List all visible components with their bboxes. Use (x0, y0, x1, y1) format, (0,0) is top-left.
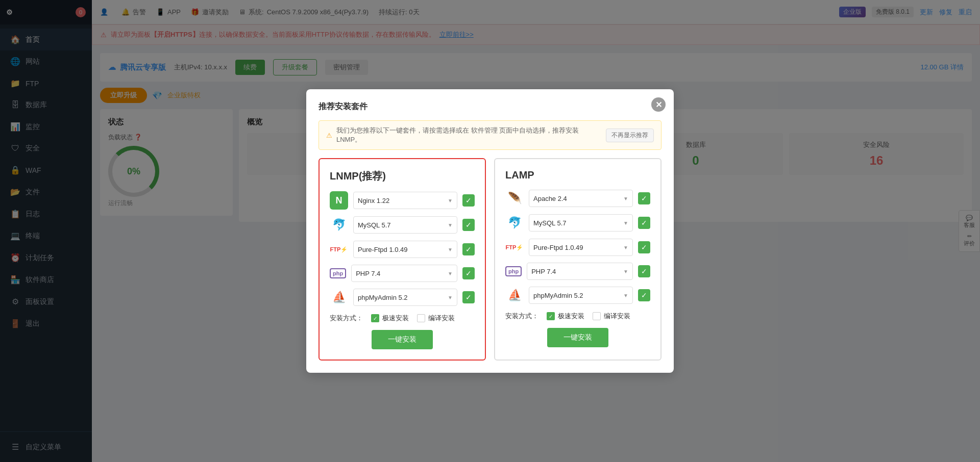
lamp-fast-install-option[interactable]: ✓ 极速安装 (547, 312, 584, 321)
lnmp-php-checkbox[interactable]: ✓ (462, 267, 475, 279)
lnmp-title: LNMP(推荐) (330, 169, 475, 183)
lamp-mysql-checkbox[interactable]: ✓ (638, 217, 650, 229)
lamp-install-button[interactable]: 一键安装 (547, 328, 608, 347)
lnmp-php-select-value: PHP 7.4 (356, 270, 380, 277)
apache-select-value: Apache 2.4 (533, 195, 567, 202)
lamp-php-row: php PHP 7.4 ▼ ✓ (505, 263, 650, 280)
lnmp-suite: LNMP(推荐) N Nginx 1.22 ▼ ✓ 🐬 MySQL 5.7 ▼ (318, 158, 486, 361)
lnmp-mysql-select[interactable]: MySQL 5.7 ▼ (353, 216, 457, 234)
lnmp-php-select[interactable]: PHP 7.4 ▼ (351, 265, 457, 282)
chevron-down-icon: ▼ (448, 295, 453, 300)
lamp-mysql-select[interactable]: MySQL 5.7 ▼ (529, 214, 633, 232)
lamp-pma-icon: ⛵ (505, 286, 524, 304)
lamp-pma-select-value: phpMyAdmin 5.2 (533, 292, 583, 299)
lamp-pma-row: ⛵ phpMyAdmin 5.2 ▼ ✓ (505, 286, 650, 304)
apache-icon: 🪶 (505, 189, 524, 208)
lamp-ftp-icon: FTP⚡ (505, 238, 524, 256)
chevron-down-icon: ▼ (623, 269, 628, 274)
lnmp-fast-install-checkbox[interactable]: ✓ (371, 314, 379, 322)
lamp-php-icon: php (505, 266, 522, 276)
lamp-compile-install-label: 编译安装 (604, 312, 630, 321)
lnmp-fast-install-option[interactable]: ✓ 极速安装 (371, 314, 409, 323)
lnmp-pma-select-value: phpMyAdmin 5.2 (358, 294, 408, 301)
apache-checkbox[interactable]: ✓ (638, 192, 650, 204)
lnmp-compile-install-checkbox[interactable] (417, 314, 425, 322)
tip-content: 我们为您推荐以下一键套件，请按需选择或在 软件管理 页面中自动选择，推荐安装LN… (336, 126, 600, 144)
lnmp-mysql-row: 🐬 MySQL 5.7 ▼ ✓ (330, 216, 475, 234)
lnmp-mysql-icon: 🐬 (330, 216, 348, 234)
chevron-down-icon: ▼ (623, 220, 628, 226)
nginx-row: N Nginx 1.22 ▼ ✓ (330, 191, 475, 210)
lnmp-php-row: php PHP 7.4 ▼ ✓ (330, 265, 475, 282)
lamp-mysql-icon: 🐬 (505, 214, 524, 232)
install-suite-dialog: 推荐安装套件 ✕ ⚠ 我们为您推荐以下一键套件，请按需选择或在 软件管理 页面中… (306, 89, 674, 373)
lamp-fast-install-checkbox[interactable]: ✓ (547, 312, 555, 320)
lamp-php-select[interactable]: PHP 7.4 ▼ (527, 263, 633, 280)
chevron-down-icon: ▼ (623, 196, 628, 201)
tip-text: ⚠ 我们为您推荐以下一键套件，请按需选择或在 软件管理 页面中自动选择，推荐安装… (326, 126, 600, 144)
dialog-overlay: 推荐安装套件 ✕ ⚠ 我们为您推荐以下一键套件，请按需选择或在 软件管理 页面中… (0, 0, 980, 462)
chevron-down-icon: ▼ (448, 198, 453, 203)
lnmp-pma-select[interactable]: phpMyAdmin 5.2 ▼ (353, 289, 457, 306)
lnmp-method-label: 安装方式： (330, 314, 363, 323)
lamp-pma-select[interactable]: phpMyAdmin 5.2 ▼ (529, 287, 633, 304)
lamp-fast-install-label: 极速安装 (558, 312, 584, 321)
lamp-php-select-value: PHP 7.4 (531, 268, 556, 275)
lnmp-compile-install-option[interactable]: 编译安装 (417, 314, 455, 323)
lnmp-pma-checkbox[interactable]: ✓ (462, 291, 475, 303)
lnmp-install-method: 安装方式： ✓ 极速安装 编译安装 (330, 314, 475, 323)
lnmp-pma-icon: ⛵ (330, 288, 348, 306)
chevron-down-icon: ▼ (448, 222, 453, 228)
lnmp-ftp-row: FTP⚡ Pure-Ftpd 1.0.49 ▼ ✓ (330, 240, 475, 259)
dialog-title: 推荐安装套件 (318, 101, 662, 112)
lamp-pma-checkbox[interactable]: ✓ (638, 289, 650, 301)
lnmp-ftp-checkbox[interactable]: ✓ (462, 243, 475, 255)
lnmp-mysql-select-value: MySQL 5.7 (358, 221, 391, 229)
lamp-suite: LAMP 🪶 Apache 2.4 ▼ ✓ 🐬 MySQL 5.7 ▼ (494, 158, 662, 361)
lnmp-ftp-icon: FTP⚡ (330, 240, 348, 259)
lnmp-compile-install-label: 编译安装 (428, 314, 455, 323)
nginx-select-value: Nginx 1.22 (358, 197, 389, 204)
chevron-down-icon: ▼ (623, 293, 628, 298)
apache-select[interactable]: Apache 2.4 ▼ (529, 190, 633, 207)
lnmp-ftp-select[interactable]: Pure-Ftpd 1.0.49 ▼ (353, 241, 457, 258)
dialog-tip: ⚠ 我们为您推荐以下一键套件，请按需选择或在 软件管理 页面中自动选择，推荐安装… (318, 120, 662, 150)
lamp-ftp-select[interactable]: Pure-Ftpd 1.0.49 ▼ (529, 239, 633, 256)
lnmp-ftp-select-value: Pure-Ftpd 1.0.49 (358, 246, 408, 253)
lamp-ftp-checkbox[interactable]: ✓ (638, 241, 650, 253)
nginx-select[interactable]: Nginx 1.22 ▼ (353, 192, 457, 209)
apache-row: 🪶 Apache 2.4 ▼ ✓ (505, 189, 650, 208)
lamp-ftp-row: FTP⚡ Pure-Ftpd 1.0.49 ▼ ✓ (505, 238, 650, 256)
tip-warning-icon: ⚠ (326, 132, 332, 139)
dialog-close-button[interactable]: ✕ (651, 97, 666, 112)
lnmp-install-button[interactable]: 一键安装 (372, 330, 433, 349)
chevron-down-icon: ▼ (448, 271, 453, 276)
nginx-checkbox[interactable]: ✓ (462, 194, 475, 207)
lamp-title: LAMP (505, 169, 650, 181)
lamp-mysql-select-value: MySQL 5.7 (533, 219, 567, 227)
lamp-method-label: 安装方式： (505, 312, 538, 321)
lamp-compile-install-option[interactable]: 编译安装 (593, 312, 630, 321)
lnmp-pma-row: ⛵ phpMyAdmin 5.2 ▼ ✓ (330, 288, 475, 306)
lnmp-fast-install-label: 极速安装 (382, 314, 409, 323)
suite-columns: LNMP(推荐) N Nginx 1.22 ▼ ✓ 🐬 MySQL 5.7 ▼ (318, 158, 662, 361)
chevron-down-icon: ▼ (448, 247, 453, 252)
no-show-button[interactable]: 不再显示推荐 (606, 129, 654, 142)
chevron-down-icon: ▼ (623, 245, 628, 250)
lnmp-php-icon: php (330, 268, 346, 278)
lamp-mysql-row: 🐬 MySQL 5.7 ▼ ✓ (505, 214, 650, 232)
nginx-icon: N (330, 191, 348, 210)
lamp-php-checkbox[interactable]: ✓ (638, 265, 650, 277)
lamp-install-method: 安装方式： ✓ 极速安装 编译安装 (505, 312, 650, 321)
lamp-ftp-select-value: Pure-Ftpd 1.0.49 (533, 244, 583, 251)
lnmp-mysql-checkbox[interactable]: ✓ (462, 219, 475, 231)
lamp-compile-install-checkbox[interactable] (593, 312, 601, 320)
